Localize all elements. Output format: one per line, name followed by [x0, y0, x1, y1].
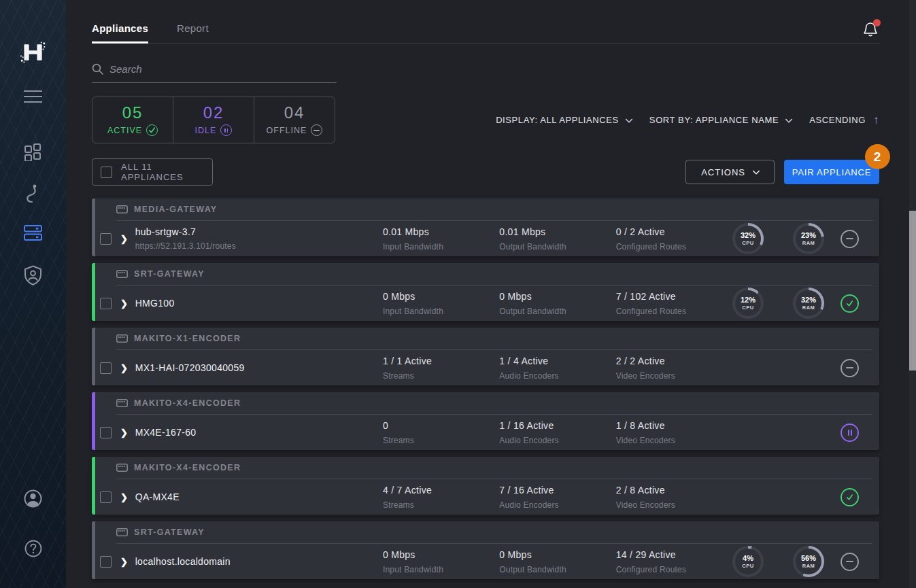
appliance-row-body: ❯ hub-srtgw-3.7 https://52.191.3.101/rou… [95, 221, 879, 256]
display-filter-label: DISPLAY: ALL APPLIANCES [496, 115, 619, 125]
appliance-type-icon [116, 334, 128, 343]
expand-chevron-icon[interactable]: ❯ [120, 298, 131, 309]
appliance-type-icon [116, 205, 128, 213]
notifications-bell-button[interactable] [863, 21, 879, 37]
appliance-row: SRT-GATEWAY ❯ HMG100 0 Mbps Input Bandwi… [92, 263, 879, 321]
metric-1-label: Input Bandwidth [383, 565, 499, 574]
search-input[interactable] [109, 63, 313, 75]
sidebar [0, 0, 66, 588]
pair-appliance-button[interactable]: PAIR APPLIANCE 2 [784, 160, 879, 184]
appliance-name[interactable]: hub-srtgw-3.7 [135, 226, 383, 237]
row-checkbox[interactable] [100, 233, 112, 245]
list-filters: DISPLAY: ALL APPLIANCES SORT BY: APPLIAN… [496, 114, 879, 126]
account-icon[interactable] [0, 489, 66, 508]
search-bar [92, 63, 337, 83]
metric-1-value: 0.01 Mbps [383, 226, 499, 237]
metric-3-label: Configured Routes [616, 242, 732, 252]
appliance-name[interactable]: MX4E-167-60 [135, 427, 383, 438]
metric-3-value: 1 / 8 Active [616, 420, 732, 431]
metric-2-label: Audio Encoders [499, 436, 615, 445]
menu-icon[interactable] [0, 90, 66, 103]
expand-chevron-icon[interactable]: ❯ [120, 428, 131, 438]
offline-label: OFFLINE [267, 126, 307, 135]
appliances-icon[interactable] [0, 225, 66, 241]
offline-minus-icon [311, 124, 322, 136]
pair-appliance-label: PAIR APPLIANCE [792, 167, 871, 177]
appliance-row: MAKITO-X4-ENCODER ❯ QA-MX4E 4 / 7 Active… [92, 457, 879, 515]
appliance-name[interactable]: localhost.localdomain [135, 556, 383, 567]
expand-chevron-icon[interactable]: ❯ [120, 363, 131, 373]
appliance-name[interactable]: MX1-HAI-072030040059 [135, 362, 383, 373]
tab-bar: Appliances Report [92, 0, 879, 44]
metric-3-label: Video Encoders [616, 500, 732, 510]
active-check-icon [146, 124, 158, 136]
gauge-group: 4%CPU56%RAM [732, 546, 824, 577]
row-checkbox[interactable] [100, 427, 112, 438]
tab-appliances[interactable]: Appliances [92, 22, 148, 44]
help-icon[interactable] [0, 540, 66, 557]
metric-3-value: 14 / 29 Active [616, 549, 732, 560]
appliance-type: MAKITO-X1-ENCODER [134, 334, 241, 343]
expand-chevron-icon[interactable]: ❯ [120, 492, 131, 502]
row-checkbox[interactable] [100, 491, 112, 503]
row-checkbox[interactable] [100, 362, 112, 374]
summary-filter-row: 05 ACTIVE 02 IDLE 04 OFFLINE [92, 97, 879, 143]
security-icon[interactable] [0, 265, 66, 286]
metric-2: 0 Mbps Output Bandwidth [499, 549, 615, 574]
status-active-icon [841, 294, 859, 313]
metric-2-value: 0 Mbps [499, 549, 615, 560]
actions-label: ACTIONS [701, 167, 745, 177]
active-label: ACTIVE [107, 126, 142, 135]
metric-1-label: Streams [383, 436, 499, 445]
summary-card-idle[interactable]: 02 IDLE [173, 97, 254, 143]
appliance-row-body: ❯ localhost.localdomain 0 Mbps Input Ban… [95, 544, 879, 579]
metric-1-label: Streams [383, 500, 499, 510]
status-offline-icon [841, 553, 859, 571]
metric-3: 1 / 8 Active Video Encoders [616, 420, 732, 445]
scrollbar-track[interactable] [909, 0, 916, 588]
active-count: 05 [97, 103, 169, 122]
haivision-logo [0, 41, 66, 64]
actions-button[interactable]: ACTIONS [685, 160, 775, 184]
dashboard-icon[interactable] [0, 143, 66, 161]
summary-card-offline[interactable]: 04 OFFLINE [254, 97, 335, 143]
select-all-button[interactable]: ALL 11 APPLIANCES [92, 158, 213, 186]
chevron-down-icon [785, 115, 793, 122]
status-summary: 05 ACTIVE 02 IDLE 04 OFFLINE [92, 97, 335, 143]
metric-2-value: 0.01 Mbps [499, 226, 615, 237]
row-checkbox[interactable] [100, 298, 112, 309]
status-slot [841, 488, 859, 506]
metric-3: 7 / 102 Active Configured Routes [616, 291, 732, 316]
metric-1: 0.01 Mbps Input Bandwidth [383, 226, 499, 252]
chevron-down-icon [625, 115, 632, 122]
cpu-gauge: 4%CPU [732, 546, 764, 577]
sort-by-dropdown[interactable]: SORT BY: APPLIANCE NAME [649, 115, 792, 125]
metric-3-label: Configured Routes [616, 565, 732, 574]
appliance-name[interactable]: HMG100 [135, 298, 383, 309]
notification-dot [873, 19, 881, 27]
metric-2-label: Audio Encoders [499, 500, 615, 510]
status-slot [841, 294, 859, 313]
metric-2: 1 / 16 Active Audio Encoders [499, 420, 615, 445]
appliance-list: MEDIA-GATEWAY ❯ hub-srtgw-3.7 https://52… [92, 198, 879, 579]
metric-1-value: 0 [383, 420, 499, 431]
display-filter-dropdown[interactable]: DISPLAY: ALL APPLIANCES [496, 115, 632, 125]
metric-1: 0 Mbps Input Bandwidth [383, 549, 499, 574]
summary-card-active[interactable]: 05 ACTIVE [92, 97, 173, 143]
expand-chevron-icon[interactable]: ❯ [120, 234, 131, 244]
routes-icon[interactable] [0, 184, 66, 204]
metric-3-value: 0 / 2 Active [616, 226, 732, 237]
metric-3: 14 / 29 Active Configured Routes [616, 549, 732, 574]
appliance-type-header: SRT-GATEWAY [116, 521, 872, 544]
pair-count-badge[interactable]: 2 [865, 144, 890, 169]
metric-2: 7 / 16 Active Audio Encoders [499, 485, 615, 510]
expand-chevron-icon[interactable]: ❯ [120, 557, 131, 567]
ram-gauge: 32%RAM [793, 288, 824, 319]
idle-count: 02 [177, 103, 250, 122]
appliance-name[interactable]: QA-MX4E [135, 491, 383, 502]
select-all-checkbox[interactable] [101, 167, 112, 178]
scrollbar-thumb[interactable] [909, 211, 916, 370]
tab-report[interactable]: Report [177, 22, 209, 43]
row-checkbox[interactable] [100, 556, 112, 568]
sort-order-toggle[interactable]: ASCENDING ↑ [809, 114, 879, 126]
